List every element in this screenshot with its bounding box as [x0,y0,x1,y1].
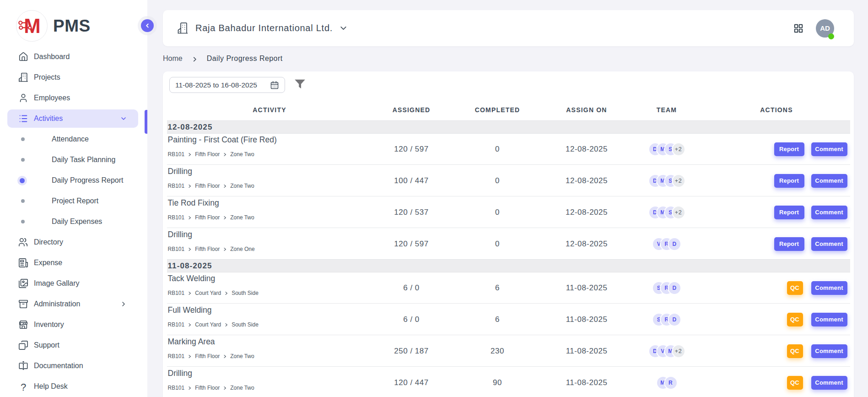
svg-text:M: M [24,15,40,37]
